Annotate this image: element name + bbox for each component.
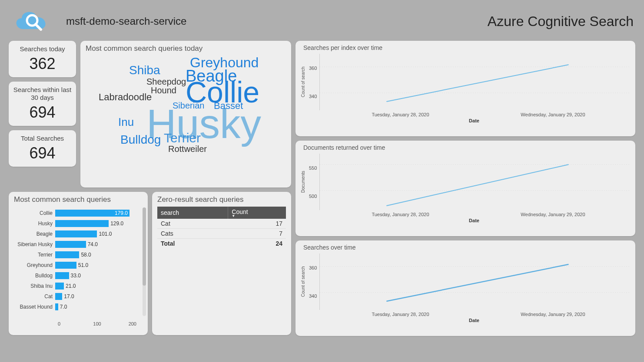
x-tick: Tuesday, January 28, 2020 <box>372 212 429 217</box>
wordcloud-word[interactable]: Greyhound <box>190 56 259 69</box>
bar-row[interactable]: Terrier58.0 <box>14 250 138 259</box>
bar-track: 7.0 <box>55 303 138 310</box>
bar-value: 17.0 <box>64 293 74 299</box>
plot-area <box>319 154 631 210</box>
wordcloud-card[interactable]: Most common search queries today HuskyCo… <box>80 41 291 188</box>
bar-track: 179.0 <box>55 210 138 217</box>
x-axis-label: Date <box>317 318 631 323</box>
bar-label: Greyhound <box>14 262 55 268</box>
chart-title: Searches over time <box>303 244 631 251</box>
chart-body: Count of search 360 340 <box>300 54 631 110</box>
barchart-card[interactable]: Most common search queries Collie179.0Hu… <box>9 192 148 335</box>
bar-fill <box>55 220 109 227</box>
bar-value: 21.0 <box>66 283 76 289</box>
cell-query: Cats <box>157 229 228 239</box>
bar-row[interactable]: Collie179.0 <box>14 208 138 217</box>
linechart-documents-returned[interactable]: Documents returned over time Documents 5… <box>295 141 635 236</box>
bar-row[interactable]: Husky129.0 <box>14 219 138 228</box>
right-column: Searches per index over time Count of se… <box>295 41 635 336</box>
bar-row[interactable]: Bulldog33.0 <box>14 271 138 280</box>
bar-label: Basset Hound <box>14 304 55 310</box>
bar-value: 179.0 <box>115 210 128 216</box>
linechart-searches-over-time[interactable]: Searches over time Count of search 360 3… <box>295 240 635 336</box>
chart-title: Documents returned over time <box>303 144 631 151</box>
stat-label: Searches today <box>12 45 73 53</box>
left-column: Searches today 362 Searches within last … <box>9 41 291 336</box>
linechart-searches-per-index[interactable]: Searches per index over time Count of se… <box>295 41 635 136</box>
plot-area <box>319 54 631 110</box>
bar-value: 51.0 <box>78 262 88 268</box>
table-row[interactable]: Cat17 <box>157 219 286 229</box>
wordcloud-word[interactable]: Hound <box>151 86 176 95</box>
zero-result-rows: Cat17Cats7Total24 <box>157 219 286 248</box>
bar-track: 74.0 <box>55 241 138 248</box>
bar-fill <box>55 293 62 300</box>
bar-label: Beagle <box>14 231 55 237</box>
cell-count: 7 <box>228 229 286 239</box>
svg-line-4 <box>387 65 569 102</box>
chart-title: Searches per index over time <box>303 44 631 51</box>
barchart-bars: Collie179.0Husky129.0Beagle101.0Siberian… <box>14 207 143 319</box>
y-ticks: 550 500 <box>306 154 319 210</box>
bar-row[interactable]: Shiba Inu21.0 <box>14 281 138 290</box>
y-tick: 360 <box>309 265 317 270</box>
table-row[interactable]: Cats7 <box>157 229 286 239</box>
bar-value: 7.0 <box>60 304 67 310</box>
wordcloud-word[interactable]: Inu <box>118 116 134 128</box>
col-count-header[interactable]: Count▼ <box>228 207 286 219</box>
top-row: Searches today 362 Searches within last … <box>9 41 291 188</box>
wordcloud-word[interactable]: Labradoodle <box>99 92 152 102</box>
wordcloud-word[interactable]: Siberian <box>173 101 204 110</box>
bar-value: 74.0 <box>88 241 98 247</box>
bar-track: 21.0 <box>55 283 138 290</box>
bar-row[interactable]: Cat17.0 <box>14 292 138 301</box>
chart-body: Count of search 360 340 <box>300 253 631 310</box>
wordcloud-word[interactable]: Shiba <box>129 64 160 76</box>
bar-track: 129.0 <box>55 220 138 227</box>
bar-row[interactable]: Beagle101.0 <box>14 229 138 238</box>
scrollbar[interactable] <box>143 207 146 316</box>
axis-tick: 0 <box>58 321 84 326</box>
y-tick: 500 <box>309 194 317 199</box>
wordcloud-word[interactable]: Terrier <box>164 132 201 145</box>
stat-value: 694 <box>12 103 73 122</box>
total-label: Total <box>157 239 228 249</box>
x-ticks: Tuesday, January 28, 2020 Wednesday, Jan… <box>326 112 631 117</box>
wordcloud-word[interactable]: Bulldog <box>120 134 161 146</box>
y-axis-label: Count of search <box>300 253 306 310</box>
svg-line-10 <box>387 264 569 301</box>
stat-total-searches[interactable]: Total Searches 694 <box>9 130 76 167</box>
bar-label: Collie <box>14 210 55 216</box>
x-axis-label: Date <box>317 118 631 123</box>
chart-body: Documents 550 500 <box>300 154 631 210</box>
bar-track: 58.0 <box>55 251 138 258</box>
col-search-header[interactable]: search <box>157 207 228 219</box>
bar-track: 51.0 <box>55 262 138 269</box>
table-header-row: search Count▼ <box>157 207 286 219</box>
bar-label: Cat <box>14 293 55 299</box>
wordcloud-word[interactable]: Rottweiler <box>168 145 207 153</box>
x-tick: Wednesday, January 29, 2020 <box>521 212 585 217</box>
bar-row[interactable]: Greyhound51.0 <box>14 260 138 270</box>
zero-result-card[interactable]: Zero-result search queries search Count▼… <box>152 192 291 335</box>
barchart-title: Most common search queries <box>14 195 143 204</box>
bar-row[interactable]: Siberian Husky74.0 <box>14 240 138 249</box>
bar-fill <box>55 230 97 237</box>
cell-count: 17 <box>228 219 286 229</box>
y-ticks: 360 340 <box>306 54 319 110</box>
stat-searches-30d[interactable]: Searches within last 30 days 694 <box>9 82 76 126</box>
stat-searches-today[interactable]: Searches today 362 <box>9 41 76 77</box>
bottom-row: Most common search queries Collie179.0Hu… <box>9 192 291 335</box>
svg-line-7 <box>387 165 569 206</box>
wordcloud-word[interactable]: Basset <box>214 101 243 111</box>
wordcloud-title: Most common search queries today <box>86 44 286 53</box>
bar-value: 101.0 <box>99 231 112 237</box>
y-tick: 340 <box>309 293 317 299</box>
bar-row[interactable]: Basset Hound7.0 <box>14 302 138 311</box>
barchart-x-axis: 0 100 200 <box>58 319 143 326</box>
x-tick: Wednesday, January 29, 2020 <box>521 112 585 117</box>
plot-area <box>319 253 631 310</box>
dashboard-content: Searches today 362 Searches within last … <box>0 41 644 336</box>
wordcloud-word[interactable]: Sheepdog <box>146 77 186 86</box>
bar-fill <box>55 283 64 290</box>
